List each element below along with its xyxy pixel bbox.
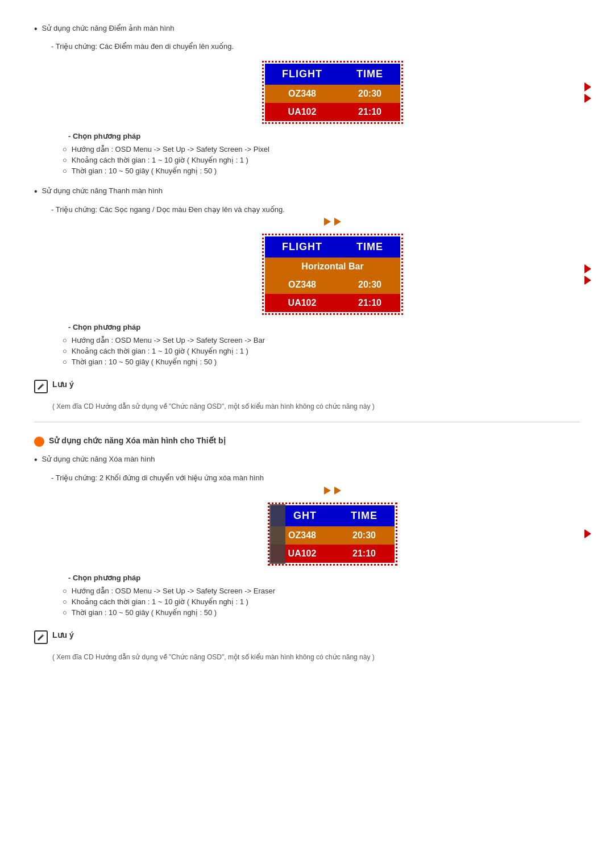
bullet-dot-1: • [34,23,38,35]
pixel-header-flight: FLIGHT [265,64,339,85]
eraser-row1-col2: 20:30 [334,526,395,545]
pencil-icon-2 [36,633,45,642]
eraser-method-text: - Chọn phương pháp [68,574,140,582]
note2-icon [34,630,48,644]
eraser-circle-2-text: Khoảng cách thời gian : 1 ~ 10 giờ ( Khu… [72,597,248,606]
pixel-section: • Sử dụng chức năng Điểm ảnh màn hình - … [34,23,580,175]
pixel-circle-1: ○ Hướng dẫn : OSD Menu -> Set Up -> Safe… [63,145,580,153]
pixel-method-text: - Chọn phương pháp [68,132,140,140]
bar-circle-dot-3: ○ [63,358,67,366]
eraser-circle-dot-1: ○ [63,587,67,595]
bullet-dot-2: • [34,185,38,198]
pixel-flight-table: FLIGHT TIME OZ348 20:30 UA102 21:10 [265,64,400,121]
pixel-method-label: - Chọn phương pháp [68,132,580,140]
eraser-circle-dot-3: ○ [63,608,67,617]
bar-row1-col1: OZ348 [265,276,339,294]
note1-section: Lưu ý [34,376,580,397]
bar-symptom-section: - Triệu chứng: Các Sọc ngang / Dọc màu Đ… [51,204,580,367]
pixel-circle-3: ○ Thời gian : 10 ~ 50 giây ( Khuyến nghị… [63,167,580,175]
table-row: OZ348 20:30 [265,276,400,294]
pixel-row1-col1: OZ348 [265,85,339,103]
bar-circle-1: ○ Hướng dẫn : OSD Menu -> Set Up -> Safe… [63,336,580,344]
pixel-row2-col2: 21:10 [339,103,400,121]
pencil-icon [36,382,45,391]
eraser-flight-table: GHT TIME OZ348 20:30 UA102 21:10 [271,505,395,563]
bar-method-label: - Chọn phương pháp [68,323,580,331]
bar-table-wrapper: FLIGHT TIME Horizontal Bar OZ348 20:30 [85,234,580,315]
circle-dot-2: ○ [63,156,67,164]
eraser-symptom-section: - Triệu chứng: 2 Khối đứng di chuyển với… [51,472,580,617]
table-row: UA102 21:10 [265,294,400,312]
bar-circle-2-text: Khoảng cách thời gian : 1 ~ 10 giờ ( Khu… [72,347,248,355]
eraser-circle-3-text: Thời gian : 10 ~ 50 giây ( Khuyến nghị :… [72,608,217,617]
eraser-row2-col2: 21:10 [334,545,395,563]
pixel-symptom: - Triệu chứng: Các Điểm màu đen di chuyể… [51,41,580,53]
pixel-row2-col1: UA102 [265,103,339,121]
note2-text: ( Xem đĩa CD Hướng dẫn sử dụng về "Chức … [52,653,580,661]
eraser-circle-1-text: Hướng dẫn : OSD Menu -> Set Up -> Safety… [72,587,275,595]
bar-header-time: TIME [339,236,400,258]
eraser-section: • Sử dụng chức năng Xóa màn hình - Triệu… [34,454,580,616]
pixel-bullet: • Sử dụng chức năng Điểm ảnh màn hình [34,23,580,35]
bar-circle-dot-1: ○ [63,336,67,344]
bar-table-border: FLIGHT TIME Horizontal Bar OZ348 20:30 [262,234,403,315]
eraser-title: Sử dụng chức năng Xóa màn hình [42,454,155,466]
table-row: UA102 21:10 [271,545,395,563]
note1-content: Lưu ý [52,380,74,389]
bar-circle-2: ○ Khoảng cách thời gian : 1 ~ 10 giờ ( K… [63,347,580,355]
pixel-side-indicators [584,82,591,103]
eraser-table-wrapper: GHT TIME OZ348 20:30 UA102 21:10 [85,502,580,566]
eraser-arrow-1 [324,487,331,495]
orange-dot-icon [34,437,44,447]
eraser-circle-3: ○ Thời gian : 10 ~ 50 giây ( Khuyến nghị… [63,608,580,617]
eraser-table-border: GHT TIME OZ348 20:30 UA102 21:10 [268,502,397,566]
bar-circle-3: ○ Thời gian : 10 ~ 50 giây ( Khuyến nghị… [63,358,580,366]
eraser-section-title: Sử dụng chức năng Xóa màn hình cho Thiết… [49,436,226,445]
note2-label: Lưu ý [52,630,74,639]
bar-bullet: • Sử dụng chức năng Thanh màn hình [34,185,580,198]
note1-label: Lưu ý [52,380,74,389]
pixel-header-time: TIME [339,64,400,85]
table-row: OZ348 20:30 [265,85,400,103]
eraser-symptom: - Triệu chứng: 2 Khối đứng di chuyển với… [51,472,580,484]
bar-top-arrows [85,218,580,226]
eraser-arrow-top [584,529,591,538]
bar-title: Sử dụng chức năng Thanh màn hình [42,185,163,197]
table-row: Horizontal Bar [265,258,400,276]
bar-row2-col1: UA102 [265,294,339,312]
eraser-top-arrows [85,487,580,495]
eraser-method-label: - Chọn phương pháp [68,574,580,582]
bar-row2-col2: 21:10 [339,294,400,312]
note1-icon [34,380,48,393]
divider-1 [34,422,580,422]
bar-circle-dot-2: ○ [63,347,67,355]
bar-method-text: - Chọn phương pháp [68,323,140,331]
pixel-circle-3-text: Thời gian : 10 ~ 50 giây ( Khuyến nghị :… [72,167,217,175]
eraser-header-time: TIME [334,505,395,526]
eraser-circle-2: ○ Khoảng cách thời gian : 1 ~ 10 giờ ( K… [63,597,580,606]
bar-arrow-1 [324,218,331,226]
eraser-side-indicators [584,529,591,538]
pixel-arrow-bottom [584,94,591,103]
bar-arrow-bottom [584,276,591,285]
pixel-circle-1-text: Hướng dẫn : OSD Menu -> Set Up -> Safety… [72,145,269,153]
bar-circle-1-text: Hướng dẫn : OSD Menu -> Set Up -> Safety… [72,336,265,344]
bar-arrow-top [584,264,591,273]
eraser-orange-section: Sử dụng chức năng Xóa màn hình cho Thiết… [34,436,580,447]
note2-section: Lưu ý [34,627,580,647]
note1-text: ( Xem đĩa CD Hướng dẫn sử dụng về "Chức … [52,402,580,410]
bar-circle-3-text: Thời gian : 10 ~ 50 giây ( Khuyến nghị :… [72,358,217,366]
bar-flight-table: FLIGHT TIME Horizontal Bar OZ348 20:30 [265,236,400,312]
bar-horiz-label: Horizontal Bar [265,258,400,276]
pixel-circle-2: ○ Khoảng cách thời gian : 1 ~ 10 giờ ( K… [63,156,580,164]
bar-arrow-2 [334,218,341,226]
bullet-dot-eraser: • [34,454,38,466]
pixel-table-wrapper: FLIGHT TIME OZ348 20:30 UA102 21:10 [85,61,580,124]
pixel-circle-2-text: Khoảng cách thời gian : 1 ~ 10 giờ ( Khu… [72,156,248,164]
table-row: UA102 21:10 [265,103,400,121]
eraser-bullet: • Sử dụng chức năng Xóa màn hình [34,454,580,466]
circle-dot-3: ○ [63,167,67,175]
pixel-title: Sử dụng chức năng Điểm ảnh màn hình [42,23,175,35]
bar-section: • Sử dụng chức năng Thanh màn hình - Tri… [34,185,580,366]
eraser-circle-dot-2: ○ [63,597,67,606]
